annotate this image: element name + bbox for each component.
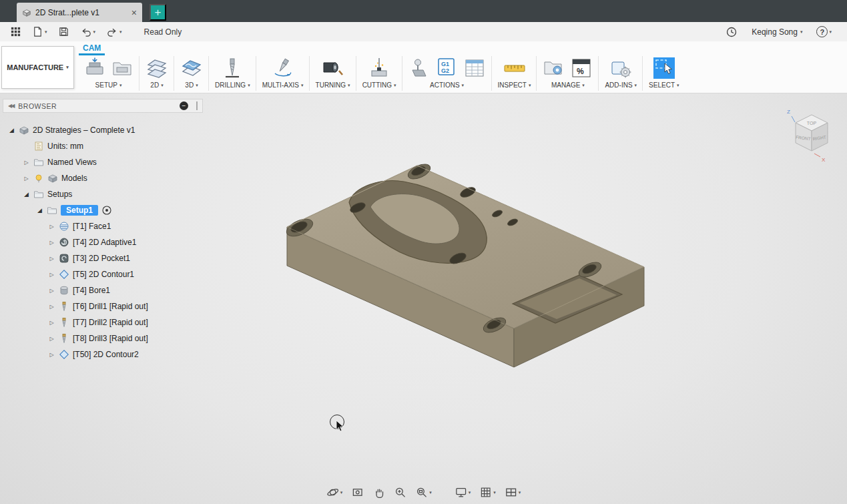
tree-label: Models — [61, 174, 87, 183]
x-axis-label: X — [822, 157, 826, 163]
ribbon-group-actions[interactable]: G1G2 ACTIONS▾ — [402, 55, 492, 92]
document-tab[interactable]: 2D Strat...plete v1 × — [17, 3, 142, 22]
collapse-icon[interactable]: ◢ — [8, 127, 15, 134]
dropdown-caret-icon: ▾ — [529, 83, 531, 88]
tab-cam[interactable]: CAM — [79, 42, 105, 55]
help-icon: ? — [816, 26, 828, 37]
svg-text:%: % — [577, 67, 584, 76]
view-cube[interactable]: TOP FRONT RIGHT Z X — [782, 104, 844, 166]
tree-row-models[interactable]: ▷ Models — [3, 170, 203, 186]
zoom-button[interactable] — [392, 485, 408, 500]
ribbon-group-select[interactable]: SELECT▾ — [643, 55, 685, 92]
expand-icon[interactable]: ▷ — [48, 240, 55, 246]
machining-time-icon: % — [570, 57, 593, 79]
group-label: 2D — [150, 81, 159, 89]
ribbon-group-2d[interactable]: 2D▾ — [139, 55, 174, 92]
ribbon-group-turning[interactable]: TURNING▾ — [310, 55, 356, 92]
ribbon-group-3d[interactable]: 3D▾ — [174, 55, 209, 92]
look-at-button[interactable] — [350, 485, 365, 500]
panel-grip[interactable] — [196, 101, 198, 110]
expand-icon[interactable]: ▷ — [48, 352, 55, 358]
tree-label: [T4] Bore1 — [73, 286, 110, 295]
tree-row-drill3[interactable]: ▷ [T8] Drill3 [Rapid out] — [3, 330, 203, 346]
turning-icon — [322, 57, 344, 79]
browser-title: BROWSER — [18, 102, 57, 110]
group-label: ACTIONS — [430, 81, 459, 89]
hide-all-icon[interactable]: − — [180, 101, 188, 110]
collapse-icon[interactable]: ◢ — [36, 207, 43, 214]
dropdown-caret-icon: ▾ — [66, 65, 69, 70]
read-only-status: Read Only — [144, 27, 182, 37]
ribbon-group-add-ins[interactable]: ADD-INS▾ — [599, 55, 643, 92]
tree-row-setups[interactable]: ◢ Setups — [3, 186, 203, 202]
viewport-canvas[interactable]: ◀◀ BROWSER − ◢ 2D Strategies – Complete … — [0, 93, 847, 504]
dropdown-caret-icon: ▾ — [161, 83, 164, 88]
job-status-button[interactable] — [722, 25, 741, 39]
redo-button[interactable]: ▾ — [103, 25, 125, 39]
tree-row-bore1[interactable]: ▷ [T4] Bore1 — [3, 282, 203, 298]
viewports-button[interactable]: ▾ — [503, 485, 523, 500]
collapse-browser-icon[interactable]: ◀◀ — [8, 103, 13, 109]
expand-icon[interactable]: ▷ — [48, 304, 55, 310]
ribbon-group-drilling[interactable]: DRILLING▾ — [209, 55, 256, 92]
ribbon-group-cutting[interactable]: CUTTING▾ — [356, 55, 402, 92]
tree-row-contour1[interactable]: ▷ [T5] 2D Contour1 — [3, 266, 203, 282]
new-tab-button[interactable]: + — [150, 4, 166, 21]
ribbon-group-multi-axis[interactable]: MULTI-AXIS▾ — [256, 55, 310, 92]
user-menu-button[interactable]: Keqing Song ▾ — [752, 27, 802, 37]
tree-label: [T4] 2D Adaptive1 — [73, 238, 136, 247]
svg-text:G2: G2 — [441, 67, 449, 74]
dropdown-caret-icon: ▾ — [301, 83, 304, 88]
dropdown-caret-icon: ▾ — [248, 83, 250, 88]
expand-icon[interactable]: ▷ — [23, 176, 30, 182]
expand-icon[interactable]: ▷ — [48, 336, 55, 342]
select-icon — [653, 57, 675, 79]
tree-label-selected: Setup1 — [61, 205, 98, 216]
tree-row-contour2[interactable]: ▷ [T50] 2D Contour2 — [3, 346, 203, 362]
tree-row-named-views[interactable]: ▷ Named Views — [3, 154, 203, 170]
tree-row-root[interactable]: ◢ 2D Strategies – Complete v1 — [3, 122, 203, 138]
browser-header[interactable]: ◀◀ BROWSER − — [3, 99, 203, 113]
expand-icon[interactable]: ▷ — [48, 256, 55, 262]
tree-row-setup1[interactable]: ◢ Setup1 — [3, 202, 203, 218]
collapse-icon[interactable]: ◢ — [23, 191, 30, 198]
zoom-window-icon — [415, 486, 428, 499]
navigation-bar: ▾ ▾ ▾ ▾ — [325, 485, 523, 500]
grid-settings-button[interactable]: ▾ — [478, 485, 497, 500]
tree-row-units[interactable]: Units: mm — [3, 138, 203, 154]
workspace-selector[interactable]: MANUFACTURE ▾ — [1, 46, 74, 89]
zoom-window-button[interactable]: ▾ — [414, 485, 433, 500]
expand-icon[interactable]: ▷ — [48, 288, 55, 294]
pan-button[interactable] — [371, 485, 386, 500]
help-menu-button[interactable]: ? ▾ — [813, 25, 835, 39]
ribbon-group-inspect[interactable]: INSPECT▾ — [492, 55, 537, 92]
tree-label: [T1] Face1 — [73, 222, 111, 231]
tree-row-face1[interactable]: ▷ [T1] Face1 — [3, 218, 203, 234]
tree-row-drill1[interactable]: ▷ [T6] Drill1 [Rapid out] — [3, 298, 203, 314]
file-menu-button[interactable]: ▾ — [29, 25, 51, 39]
close-tab-icon[interactable]: × — [131, 8, 137, 17]
display-settings-icon — [455, 486, 467, 499]
quick-access-toolbar: ▾ ▾ ▾ Read Only Keqing Song ▾ ? ▾ — [0, 22, 847, 41]
expand-icon[interactable]: ▷ — [23, 160, 30, 166]
compare-edit-icon[interactable] — [101, 205, 112, 216]
tree-row-adaptive1[interactable]: ▷ [T4] 2D Adaptive1 — [3, 234, 203, 250]
display-settings-button[interactable]: ▾ — [453, 485, 473, 500]
dropdown-caret-icon: ▾ — [677, 83, 679, 88]
dropdown-caret-icon: ▾ — [348, 83, 350, 88]
tree-row-drill2[interactable]: ▷ [T7] Drill2 [Rapid out] — [3, 314, 203, 330]
expand-icon[interactable]: ▷ — [48, 224, 55, 230]
expand-icon[interactable]: ▷ — [48, 320, 55, 326]
ribbon-group-manage[interactable]: % MANAGE▾ — [537, 55, 599, 92]
undo-button[interactable]: ▾ — [77, 25, 99, 39]
app-grid-button[interactable] — [7, 25, 25, 39]
expand-icon[interactable]: ▷ — [48, 272, 55, 278]
tree-row-pocket1[interactable]: ▷ [T3] 2D Pocket1 — [3, 250, 203, 266]
viewports-icon — [505, 486, 517, 499]
orbit-button[interactable]: ▾ — [325, 485, 344, 500]
ribbon-group-setup[interactable]: SETUP▾ — [77, 55, 139, 92]
visibility-bulb-icon[interactable] — [33, 173, 44, 184]
save-button[interactable] — [55, 25, 73, 39]
group-label: MANAGE — [551, 81, 580, 89]
3d-part-model[interactable] — [254, 154, 654, 414]
